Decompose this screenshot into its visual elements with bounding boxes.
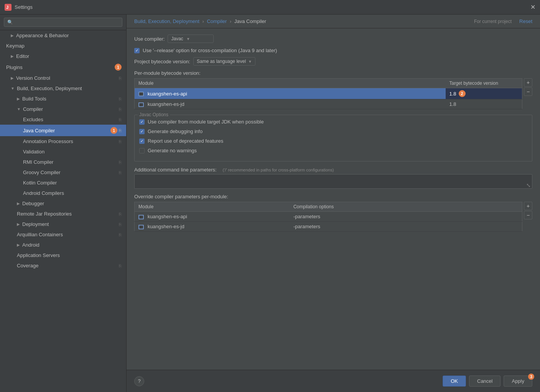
help-button[interactable]: ?: [134, 376, 144, 386]
table-row[interactable]: kuangshen-es-api 1.8 2: [135, 88, 522, 99]
sidebar-item-android-compilers[interactable]: Android Compilers: [0, 188, 126, 198]
sidebar-item-label: Appearance & Behavior: [16, 33, 122, 38]
sidebar-item-label: Keymap: [6, 43, 122, 49]
java-compiler-badge: 1: [110, 127, 117, 134]
table-row[interactable]: kuangshen-es-jd -parameters: [135, 222, 522, 232]
bytecode-version-value: Same as language level: [197, 59, 246, 64]
check-icon: ✓: [135, 48, 138, 53]
checkbox-no-warnings: Generate no warnings: [139, 148, 527, 153]
sidebar-item-kotlin-compiler[interactable]: Kotlin Compiler: [0, 178, 126, 188]
add-override-button[interactable]: +: [524, 202, 532, 210]
sidebar-item-appearance[interactable]: ▶ Appearance & Behavior: [0, 30, 126, 41]
module-col-header: Module: [135, 79, 446, 88]
sidebar-item-label: Version Control: [16, 75, 119, 81]
breadcrumb-part1[interactable]: Build, Execution, Deployment: [134, 18, 199, 24]
remove-override-button[interactable]: −: [524, 211, 532, 219]
use-module-target-checkbox[interactable]: ✓: [139, 119, 145, 125]
sidebar-item-editor[interactable]: ▶ Editor: [0, 51, 126, 61]
compiler-dropdown[interactable]: Javac ▼: [168, 35, 214, 43]
bytecode-version-dropdown[interactable]: Same as language level ▼: [193, 57, 255, 66]
sidebar-item-java-compiler[interactable]: Java Compiler 1 ⎘: [0, 125, 126, 136]
search-bar: [0, 15, 126, 30]
no-warnings-checkbox[interactable]: [139, 148, 145, 153]
for-project-link[interactable]: For current project: [474, 19, 512, 24]
sidebar-item-remote-jar[interactable]: Remote Jar Repositories ⎘: [0, 209, 126, 219]
module-icon: [138, 215, 144, 219]
reset-button[interactable]: Reset: [519, 18, 532, 24]
override-table-wrapper: Module Compilation options kuangshen-es-…: [134, 202, 532, 237]
cmd-params-header: Additional command line parameters: ('/'…: [134, 167, 532, 173]
cmd-params-label: Additional command line parameters:: [134, 167, 217, 173]
copy-icon: ⎘: [119, 232, 122, 237]
sidebar-item-debugger[interactable]: ▶ Debugger: [0, 198, 126, 209]
checkbox-use-module-target: ✓ Use compiler from module target JDK wh…: [139, 119, 527, 125]
sidebar-item-version-control[interactable]: ▶ Version Control ⎘: [0, 73, 126, 83]
override-options-col: Compilation options: [290, 202, 522, 212]
copy-icon: ⎘: [119, 107, 122, 112]
override-label: Override compiler parameters per-module:: [134, 194, 532, 199]
sidebar-item-label: RMI Compiler: [23, 159, 119, 165]
sidebar-item-android[interactable]: ▶ Android: [0, 240, 126, 250]
dropdown-caret-icon: ▼: [248, 59, 252, 64]
cmd-params-input-wrapper: ⤡: [134, 174, 532, 190]
override-options: -parameters: [290, 212, 522, 222]
breadcrumb-current: Java Compiler: [234, 18, 266, 24]
search-input[interactable]: [4, 18, 122, 27]
sidebar-item-validation[interactable]: Validation: [0, 147, 126, 157]
cmd-params-hint: ('/' recommended in paths for cross-plat…: [223, 168, 334, 172]
sidebar-item-arquillian[interactable]: Arquillian Containers ⎘: [0, 229, 126, 240]
add-row-button[interactable]: +: [524, 78, 532, 87]
sidebar-item-label: Coverage: [17, 263, 119, 268]
release-label: Use '--release' option for cross-compila…: [143, 48, 277, 53]
sidebar-item-groovy-compiler[interactable]: Groovy Compiler ⎘: [0, 167, 126, 178]
module-table: Module Target bytecode version kuangshen…: [134, 78, 522, 109]
ok-button[interactable]: OK: [443, 376, 466, 387]
sidebar-item-label: Android: [22, 242, 122, 248]
sidebar-item-annotation[interactable]: Annotation Processors ⎘: [0, 136, 126, 147]
per-module-label: Per-module bytecode version:: [134, 70, 532, 76]
sidebar-item-coverage[interactable]: Coverage ⎘: [0, 260, 126, 271]
cmd-params-section: Additional command line parameters: ('/'…: [134, 167, 532, 190]
sidebar-item-label: Editor: [16, 53, 122, 59]
checkbox-generate-debug: ✓ Generate debugging info: [139, 128, 527, 134]
settings-window: J Settings ✕ ▶ Appearance & Behavior Key…: [0, 0, 540, 392]
sidebar-item-rmi-compiler[interactable]: RMI Compiler ⎘: [0, 157, 126, 167]
sidebar-item-build-tools[interactable]: ▶ Build Tools ⎘: [0, 94, 126, 104]
copy-icon: ⎘: [119, 222, 122, 227]
panel-header: Build, Execution, Deployment › Compiler …: [127, 15, 540, 28]
arrow-icon: ▶: [17, 201, 20, 206]
version-cell: 1.8: [446, 99, 522, 109]
sidebar-item-compiler[interactable]: ▼ Compiler ⎘: [0, 104, 126, 114]
sidebar-item-plugins[interactable]: Plugins 1: [0, 61, 126, 73]
sidebar-item-label: Validation: [23, 149, 122, 155]
breadcrumb-part2[interactable]: Compiler: [207, 18, 227, 24]
table-row[interactable]: kuangshen-es-jd 1.8: [135, 99, 522, 109]
sidebar-item-excludes[interactable]: Excludes ⎘: [0, 114, 126, 125]
sidebar-item-keymap[interactable]: Keymap: [0, 41, 126, 51]
generate-debug-checkbox[interactable]: ✓: [139, 129, 145, 134]
close-icon[interactable]: ✕: [530, 3, 535, 11]
version-badge: 2: [459, 90, 466, 97]
release-checkbox[interactable]: ✓: [134, 48, 140, 53]
arrow-icon: ▶: [17, 222, 20, 226]
release-option-row: ✓ Use '--release' option for cross-compi…: [134, 48, 532, 53]
app-icon: J: [5, 4, 12, 11]
breadcrumb: Build, Execution, Deployment › Compiler …: [134, 18, 474, 24]
override-options: -parameters: [290, 222, 522, 232]
sidebar-item-deployment[interactable]: ▶ Deployment ⎘: [0, 219, 126, 229]
table-row[interactable]: kuangshen-es-api -parameters: [135, 212, 522, 222]
remove-row-button[interactable]: −: [524, 87, 532, 96]
expand-icon[interactable]: ⤡: [526, 182, 531, 188]
apply-button[interactable]: Apply 3: [504, 376, 532, 387]
deprecated-checkbox[interactable]: ✓: [139, 138, 145, 144]
cmd-params-input[interactable]: [134, 174, 532, 189]
sidebar-item-application-servers[interactable]: Application Servers: [0, 250, 126, 260]
copy-icon: ⎘: [119, 212, 122, 216]
cancel-button[interactable]: Cancel: [469, 376, 500, 387]
use-module-target-label: Use compiler from module target JDK when…: [148, 119, 264, 125]
sidebar-item-build-exec-deploy[interactable]: ▼ Build, Execution, Deployment: [0, 83, 126, 94]
copy-icon: ⎘: [119, 128, 122, 133]
sidebar-item-label: Java Compiler: [23, 128, 110, 133]
sidebar-item-label: Plugins: [6, 64, 115, 70]
compiler-value: Javac: [171, 36, 183, 41]
